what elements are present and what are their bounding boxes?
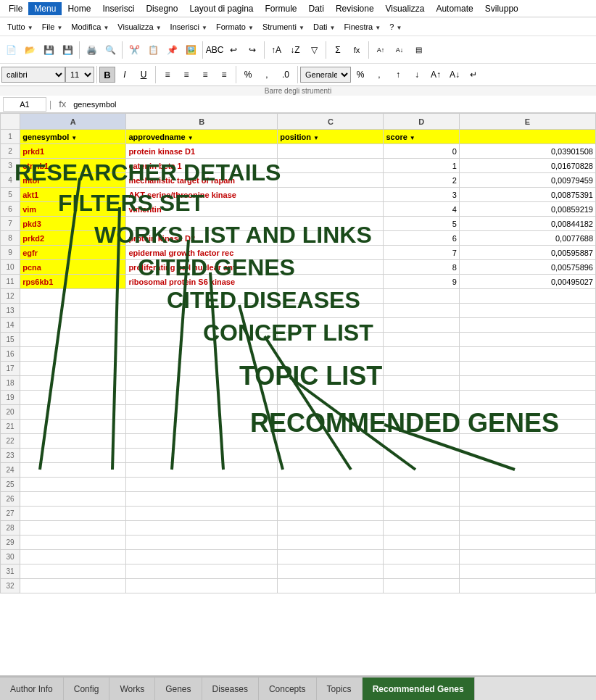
format-comma[interactable]: , [258,66,276,83]
cell[interactable] [384,289,459,304]
cell[interactable]: 5 [384,217,459,231]
btn-print[interactable]: 🖨️ [83,41,100,59]
cell[interactable] [126,478,278,492]
cell[interactable] [278,347,384,362]
cell[interactable] [20,564,126,579]
cell[interactable] [126,333,278,347]
cell[interactable] [20,478,126,492]
cell[interactable] [126,507,278,521]
cell[interactable]: approvedname▼ [126,130,278,144]
cell[interactable] [278,536,384,550]
cell[interactable]: mtor [20,173,126,188]
font-smaller[interactable]: A↓ [446,66,463,83]
cell[interactable]: prkd2 [20,231,126,246]
cell[interactable] [278,391,384,405]
menu-inserisci[interactable]: Inserisci [96,2,140,15]
btn-copy[interactable]: 📋 [144,41,162,59]
cell[interactable] [384,376,459,391]
ribbon-formato[interactable]: Formato ▼ [212,21,258,33]
cell[interactable] [459,478,595,492]
cell[interactable]: egfr [20,246,126,260]
cell[interactable] [20,420,126,434]
ribbon-modifica[interactable]: Modifica ▼ [67,21,113,33]
cell[interactable] [459,333,595,347]
ribbon-visualizza[interactable]: Visualizza ▼ [113,21,165,33]
cell[interactable] [126,420,278,434]
cell[interactable] [459,550,595,564]
formula-input[interactable] [70,97,593,112]
cell[interactable] [459,391,595,405]
cell[interactable]: 0,00875391 [459,188,595,202]
cell[interactable] [126,550,278,564]
btn-format[interactable]: 🖼️ [182,41,199,59]
cell[interactable] [126,579,278,593]
cell[interactable] [278,362,384,376]
cell[interactable]: akt1 [20,188,126,202]
cell[interactable] [459,492,595,507]
bold-button[interactable]: B [99,67,115,83]
btn-undo[interactable]: ↩ [225,41,242,59]
cell[interactable]: 6 [384,231,459,246]
cell[interactable] [278,173,384,188]
cell[interactable] [20,333,126,347]
cell[interactable] [459,289,595,304]
format-special[interactable]: % [239,66,257,83]
btn-asc-a[interactable]: A↑ [372,41,389,59]
cell[interactable] [384,434,459,449]
menu-visualizza[interactable]: Visualizza [380,2,431,15]
format-comma2[interactable]: , [371,66,388,83]
cell[interactable] [278,449,384,463]
cell[interactable] [20,463,126,478]
cell[interactable]: proliferating cell nuclear ant [126,260,278,275]
cell[interactable] [126,347,278,362]
cell[interactable] [20,550,126,564]
wrap-text[interactable]: ↵ [465,66,482,83]
cell[interactable]: 7 [384,246,459,260]
menu-formule[interactable]: Formule [260,2,303,15]
cell[interactable]: score▼ [384,130,459,144]
col-header-e[interactable]: E [459,114,595,130]
tab-diseases[interactable]: Diseases [202,677,259,700]
cell[interactable]: 0,0077688 [459,231,595,246]
cell[interactable] [459,507,595,521]
cell[interactable] [126,492,278,507]
tab-config[interactable]: Config [64,677,110,700]
cell[interactable] [20,405,126,420]
cell[interactable] [384,405,459,420]
cell[interactable] [126,289,278,304]
cell[interactable] [459,449,595,463]
cell[interactable] [126,318,278,333]
cell[interactable] [278,550,384,564]
btn-fx[interactable]: fx [348,41,365,59]
cell[interactable] [20,362,126,376]
cell[interactable] [459,318,595,333]
btn-cut[interactable]: ✂️ [125,41,143,59]
col-header-a[interactable]: A [20,114,126,130]
cell[interactable] [278,405,384,420]
btn-save[interactable]: 💾 [40,41,57,59]
cell[interactable] [384,449,459,463]
cell[interactable] [278,304,384,318]
cell[interactable]: pcna [20,260,126,275]
cell[interactable] [278,507,384,521]
btn-spell[interactable]: ABC [206,41,223,59]
cell[interactable]: catenin beta 1 [126,159,278,173]
btn-paste[interactable]: 📌 [163,41,181,59]
cell[interactable]: prkd1 [20,144,126,159]
cell[interactable]: 0,00859219 [459,202,595,217]
cell[interactable] [459,362,595,376]
cell[interactable] [126,434,278,449]
cell[interactable] [126,304,278,318]
ribbon-dati[interactable]: Dati ▼ [309,21,340,33]
menu-layout[interactable]: Layout di pagina [183,2,259,15]
cell[interactable] [384,492,459,507]
btn-sort-desc[interactable]: ↓Z [286,41,304,59]
menu-home[interactable]: Home [62,2,96,15]
cell[interactable] [278,318,384,333]
cell[interactable] [278,289,384,304]
col-header-b[interactable]: B [126,114,278,130]
cell[interactable] [278,188,384,202]
cell[interactable]: 0 [384,144,459,159]
cell[interactable] [459,521,595,536]
cell[interactable] [278,478,384,492]
